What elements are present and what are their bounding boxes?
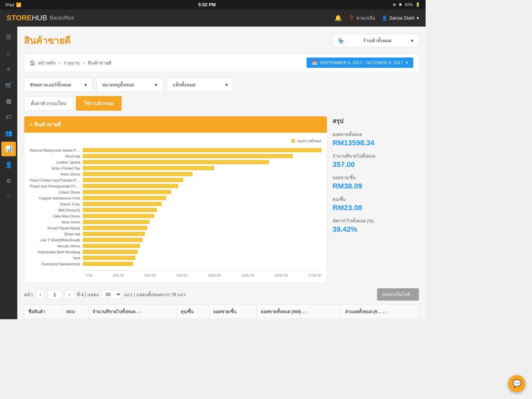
bar-container [83, 244, 322, 248]
summary-item: ทุน/ชิ้นRM23.08 [332, 196, 419, 212]
sidebar-item-products[interactable]: 🛒 [1, 78, 16, 92]
bar-fill [83, 232, 145, 236]
bar-fill [83, 220, 150, 224]
group-filter[interactable]: หมวดหมู่ทั้งหมด ▾ [96, 77, 163, 92]
sidebar-item-orders[interactable]: ≡ [1, 62, 16, 76]
summary-title: สรุป [332, 116, 419, 126]
bar-label: Flared Tunic [30, 202, 83, 206]
summary-item: ยอดขายทั้งหมดRM13598.34 [332, 131, 419, 147]
date-arrow: ▾ [406, 60, 408, 65]
summary-item-label: ทุน/ชิ้น [332, 196, 419, 203]
reset-filter-button[interactable]: ตั้งค่าตัวกรองใหม่ [24, 96, 73, 111]
bar-container [83, 202, 322, 206]
channel-arrow: ▾ [84, 82, 87, 87]
bar-fill [83, 202, 162, 206]
sidebar-item-inventory[interactable]: ▦ [1, 94, 16, 108]
bar-label: Straw Hat [30, 232, 83, 236]
bar-label: Zalia Maxi Dress [30, 214, 83, 218]
export-button[interactable]: ส่งออกเป็นไฟล์... [377, 288, 419, 301]
bar-row: Zalia Maxi Dress [30, 214, 322, 218]
table-header-cell[interactable]: ยอดขายทั้งหมด (RM) [257, 305, 341, 319]
sidebar-item-reports[interactable]: 📊 [1, 142, 16, 156]
help-menu[interactable]: ❓ ช่วยเหลือ [348, 14, 375, 22]
chart-legend: ยอดขายทั้งหมด [30, 137, 322, 145]
bar-container [83, 184, 322, 188]
bar-fill [83, 208, 157, 212]
channel-filter[interactable]: ชัพพลายเออร์ทั้งหมด ▾ [24, 77, 92, 92]
content-grid: ≡ สินค้าขายดี ยอดขายทั้งหมด Raincut Wate… [24, 116, 419, 283]
summary-item: อัตรากำไรทั้งหมด (%)39.42% [332, 217, 419, 234]
sidebar-item-wishlist[interactable]: ♡ [1, 190, 16, 204]
summary-item-label: ยอดขายทั้งหมด [332, 131, 419, 138]
next-page-button[interactable]: › [65, 290, 74, 299]
bar-label: Fried Chicken and Pandan Pancakes [30, 178, 83, 182]
bar-label: Midi Dress(S) [30, 208, 83, 212]
store-selector[interactable]: 🏪 ร้านค้าทั้งหมด ▾ [332, 34, 419, 47]
summary-item: จำนวนที่ขายไปทั้งหมด357.00 [332, 153, 419, 169]
sidebar-item-staff[interactable]: 👤 [1, 158, 16, 172]
date-picker[interactable]: 📅 SEPTEMBER 6, 2017 - OCTOBER 5, 2017 ▾ [307, 58, 413, 68]
table-header-cell[interactable]: ส่วนลดทั้งหมด (R... [341, 305, 419, 319]
store-arrow: ▾ [411, 38, 413, 43]
summary-panel: สรุป ยอดขายทั้งหมดRM13598.34จำนวนที่ขายไ… [332, 116, 419, 283]
legend-box [291, 139, 295, 143]
table-body [24, 319, 419, 320]
x-axis: 0.00 250.00 500.00 750.00 1000.00 1250.0… [85, 270, 322, 277]
per-page-select[interactable]: 20 50 100 [101, 290, 121, 299]
sidebar-item-menu[interactable]: ☰ [1, 30, 16, 45]
legend-label: ยอดขายทั้งหมด [297, 138, 322, 144]
tag-arrow: ▾ [225, 82, 228, 87]
bar-row: Zolace Dress [30, 190, 322, 194]
bar-label: Indonesian Beef Rendang [30, 250, 83, 254]
bar-row: Wool Hat [30, 154, 322, 158]
chart-title: ≡ สินค้าขายดี [30, 120, 61, 129]
bar-container [83, 238, 322, 242]
bar-container [83, 250, 322, 254]
user-menu[interactable]: 👤 Sansa Stark ▾ [382, 15, 419, 21]
apply-filter-button[interactable]: ใช้งานตัวกรอง [76, 96, 122, 111]
bar-row: Flared Tunic [30, 202, 322, 206]
table-header-row: ชื่อสินค้าSKUจำนวนที่ขายไปทั้งหมดทุน/ชิ้… [24, 305, 419, 319]
bar-row: Noor Gown [30, 220, 322, 224]
page-title: สินค้าขายดี [24, 33, 70, 48]
notification-bell[interactable]: 🔔 [334, 14, 342, 22]
bar-row: Leather Jacket [30, 160, 322, 164]
bar-fill [83, 196, 166, 200]
status-left: iPad 📶 [5, 2, 21, 7]
breadcrumb-sep1: > [58, 60, 61, 66]
breadcrumb: 🏠 หน้าหลัก > รายงาน > สินค้าขายดี [30, 59, 111, 66]
bar-fill [83, 250, 138, 254]
sidebar-item-customers[interactable]: 👥 [1, 126, 16, 140]
status-bar: iPad 📶 5:52 PM ⊕ ✱ 41% 🔋 [0, 0, 426, 9]
brand-backoffice: Backoffice [50, 15, 74, 21]
sidebar-item-home[interactable]: ⌂ [1, 46, 16, 61]
sidebar-item-settings[interactable]: ⚙ [1, 174, 16, 188]
summary-item: ยอดขาย/ชิ้นRM38.09 [332, 174, 419, 191]
breadcrumb-home[interactable]: หน้าหลัก [38, 59, 56, 66]
table-header-cell: ทุน/ชิ้น [176, 305, 209, 319]
summary-item-value: RM13598.34 [332, 139, 419, 147]
page-input[interactable] [48, 290, 62, 299]
summary-item-label: จำนวนที่ขายไปทั้งหมด [332, 153, 419, 160]
battery-label: 41% [405, 2, 413, 7]
prev-page-button[interactable]: ‹ [36, 290, 45, 299]
bar-fill [83, 256, 135, 260]
chart-header: ≡ สินค้าขายดี [24, 116, 327, 133]
table-header-cell[interactable]: จำนวนที่ขายไปทั้งหมด [88, 305, 176, 319]
nav-right: 🔔 ❓ ช่วยเหลือ 👤 Sansa Stark ▾ [334, 14, 419, 22]
summary-item-label: ยอดขาย/ชิ้น [332, 174, 419, 181]
sidebar-item-tags[interactable]: 🏷 [1, 110, 16, 124]
bar-label: Leather Jacket [30, 160, 83, 164]
bar-label: Prawn and Pomegranate Fried Rice [30, 184, 83, 188]
bar-fill [83, 244, 140, 248]
bar-fill [83, 214, 154, 218]
location-icon: ⊕ [393, 2, 396, 7]
group-label: หมวดหมู่ทั้งหมด [102, 81, 134, 88]
bar-label: Wool Hat [30, 154, 83, 158]
breadcrumb-report[interactable]: รายงาน [64, 59, 80, 66]
tag-filter[interactable]: แท็กทั้งหมด ▾ [167, 77, 233, 92]
channel-label: ชัพพลายเออร์ทั้งหมด [30, 81, 71, 88]
bar-container [83, 262, 322, 266]
bar-label: Tencel Flared Abaya [30, 226, 83, 230]
breadcrumb-current: สินค้าขายดี [88, 59, 111, 66]
